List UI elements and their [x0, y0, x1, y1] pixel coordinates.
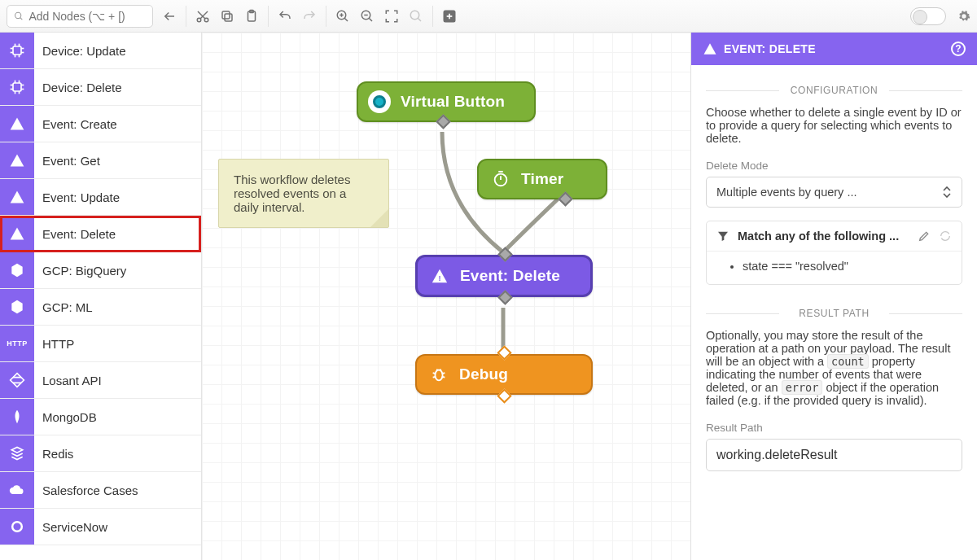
svg-line-52 [440, 370, 441, 371]
triangle-icon [0, 216, 34, 252]
cut-button[interactable] [195, 8, 211, 24]
palette-item-label: Device: Delete [34, 81, 122, 94]
canvas-note[interactable]: This workflow deletes resolved events on… [218, 159, 389, 228]
properties-panel: EVENT: DELETE ? CONFIGURATION Choose whe… [690, 33, 977, 560]
svg-line-50 [442, 377, 445, 378]
palette-item-label: Event: Create [34, 117, 117, 131]
palette-item-label: GCP: ML [34, 300, 93, 314]
svg-point-18 [410, 11, 419, 20]
diamond-icon [0, 362, 34, 398]
http-icon: HTTP [0, 326, 34, 361]
settings-gear-icon[interactable] [957, 10, 970, 23]
node-timer[interactable]: Timer [477, 159, 607, 199]
palette-item-label: Event: Get [34, 154, 100, 168]
svg-line-16 [369, 18, 372, 21]
bug-icon [430, 365, 448, 383]
palette-item-http[interactable]: HTTPHTTP [0, 326, 201, 362]
palette-item-event-create[interactable]: Event: Create [0, 106, 201, 142]
svg-line-19 [418, 18, 421, 21]
result-path-input[interactable] [706, 439, 962, 471]
palette-item-gcp-ml[interactable]: GCP: ML [0, 289, 201, 326]
svg-point-46 [435, 370, 442, 381]
palette-item-device-update[interactable]: Device: Update [0, 33, 201, 69]
node-debug[interactable]: Debug [415, 354, 593, 395]
palette-item-redis[interactable]: Redis [0, 435, 201, 472]
node-virtual-button[interactable]: Virtual Button [357, 81, 536, 122]
stack-icon [0, 435, 34, 471]
output-port[interactable] [558, 191, 572, 206]
palette-item-label: HTTP [34, 337, 74, 351]
query-rule-box: Match any of the following ... state ===… [706, 221, 962, 285]
svg-point-0 [15, 12, 21, 18]
search-icon [14, 11, 24, 22]
node-label: Virtual Button [401, 93, 505, 110]
section-configuration: CONFIGURATION [706, 85, 962, 96]
redo-button[interactable] [301, 8, 318, 24]
node-label: Event: Delete [460, 267, 560, 284]
canvas-note-text: This workflow deletes resolved events on… [234, 173, 350, 214]
refresh-icon[interactable] [939, 230, 952, 243]
timer-icon [492, 170, 510, 188]
result-path-label: Result Path [706, 422, 962, 434]
output-port[interactable] [497, 290, 512, 304]
edit-icon[interactable] [918, 230, 931, 243]
triangle-icon [0, 142, 34, 178]
svg-line-48 [442, 373, 445, 374]
funnel-icon [716, 230, 729, 243]
palette-item-event-get[interactable]: Event: Get [0, 142, 201, 179]
output-port[interactable] [436, 114, 450, 129]
leaf-icon [0, 399, 34, 435]
palette-item-event-update[interactable]: Event: Update [0, 179, 201, 216]
svg-line-49 [433, 377, 436, 378]
back-button[interactable] [161, 8, 177, 24]
warning-delete-icon: ! [431, 267, 449, 285]
zoom-out-button[interactable] [359, 8, 375, 24]
add-nodes-search[interactable] [7, 5, 153, 28]
svg-text:!: ! [438, 274, 440, 282]
palette-item-label: Losant API [34, 374, 102, 387]
palette-item-mongodb[interactable]: MongoDB [0, 399, 201, 435]
warning-icon [703, 42, 717, 56]
zoom-fit-button[interactable] [383, 8, 400, 24]
svg-rect-32 [13, 83, 21, 91]
undo-button[interactable] [277, 8, 293, 24]
palette-item-salesforce-cases[interactable]: Salesforce Cases [0, 472, 201, 509]
palette-item-losant-api[interactable]: Losant API [0, 362, 201, 399]
input-port[interactable] [497, 345, 511, 360]
config-description: Choose whether to delete a single event … [706, 106, 962, 145]
copy-button[interactable] [219, 8, 235, 24]
workflow-canvas[interactable]: This workflow deletes resolved events on… [202, 33, 690, 560]
hex-icon [0, 252, 34, 288]
rule-item: state === "resolved" [743, 260, 942, 273]
palette-item-servicenow[interactable]: ServiceNow [0, 509, 201, 545]
live-toggle[interactable] [910, 7, 946, 25]
node-label: Timer [521, 170, 563, 187]
palette-item-label: Redis [34, 447, 73, 461]
svg-line-47 [433, 373, 436, 374]
triangle-icon [0, 179, 34, 215]
palette-item-event-delete[interactable]: Event: Delete [0, 216, 201, 252]
search-input[interactable] [28, 10, 146, 23]
zoom-in-button[interactable] [335, 8, 351, 24]
zoom-reset-button[interactable] [408, 8, 424, 24]
palette-item-label: Event: Delete [34, 227, 116, 241]
chip-icon [0, 33, 34, 68]
delete-mode-value: Multiple events by query ... [716, 186, 857, 199]
palette-item-label: Salesforce Cases [34, 483, 138, 497]
palette-item-gcp-bigquery[interactable]: GCP: BigQuery [0, 252, 201, 289]
add-button[interactable] [441, 8, 458, 24]
node-palette: Device: UpdateDevice: DeleteEvent: Creat… [0, 33, 202, 560]
output-port[interactable] [497, 388, 511, 403]
svg-point-41 [12, 522, 22, 532]
result-description: Optionally, you may store the result of … [706, 329, 962, 407]
paste-button[interactable] [243, 8, 260, 24]
palette-item-device-delete[interactable]: Device: Delete [0, 69, 201, 106]
delete-mode-select[interactable]: Multiple events by query ... [706, 177, 962, 208]
help-button[interactable]: ? [951, 42, 966, 56]
cloud-icon [0, 472, 34, 508]
svg-line-1 [20, 17, 23, 20]
node-event-delete[interactable]: ! Event: Delete [415, 255, 593, 297]
panel-title: EVENT: DELETE [724, 42, 816, 55]
circle-icon [0, 509, 34, 545]
input-port[interactable] [497, 247, 512, 261]
